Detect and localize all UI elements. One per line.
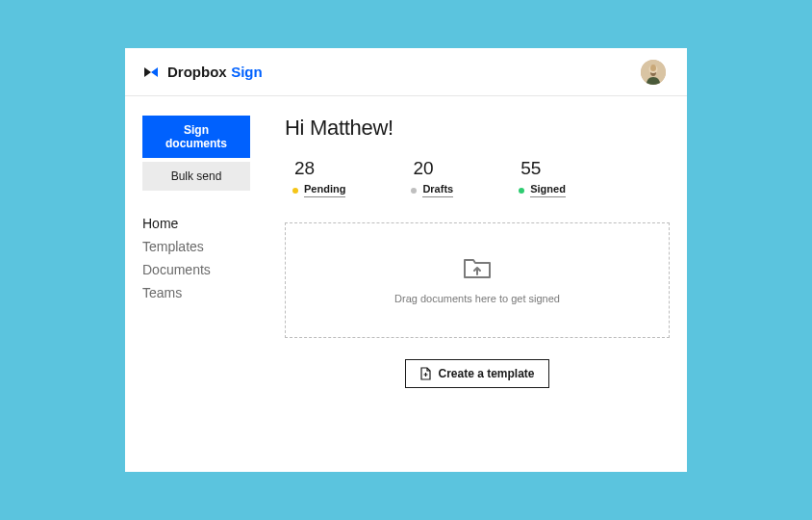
- create-template-button[interactable]: Create a template: [405, 359, 548, 388]
- stats-row: 28 Pending 20 Drafts 55: [285, 158, 670, 197]
- create-template-label: Create a template: [438, 367, 534, 380]
- main-content: Hi Matthew! 28 Pending 20 Drafts: [267, 116, 670, 453]
- bulk-send-button[interactable]: Bulk send: [142, 162, 250, 191]
- folder-upload-icon: [462, 256, 493, 281]
- app-window: Dropbox Sign Sign documents Bulk send Ho…: [125, 48, 687, 472]
- greeting-title: Hi Matthew!: [285, 116, 670, 141]
- dropzone-text: Drag documents here to get signed: [394, 293, 560, 304]
- brand: Dropbox Sign: [142, 64, 263, 81]
- document-dropzone[interactable]: Drag documents here to get signed: [285, 222, 670, 338]
- status-dot-icon: [292, 188, 298, 194]
- body: Sign documents Bulk send Home Templates …: [125, 96, 687, 472]
- dropbox-sign-logo-icon: [142, 64, 160, 81]
- user-avatar[interactable]: [641, 60, 666, 85]
- stat-value: 28: [292, 158, 345, 179]
- stat-label: Pending: [304, 183, 345, 197]
- nav-item-teams[interactable]: Teams: [142, 281, 267, 304]
- sign-documents-button[interactable]: Sign documents: [142, 116, 250, 158]
- brand-accent: Sign: [231, 64, 263, 80]
- template-button-wrap: Create a template: [285, 359, 670, 388]
- stat-label-row: Signed: [519, 183, 566, 197]
- nav-item-home[interactable]: Home: [142, 212, 267, 235]
- stat-label: Signed: [530, 183, 566, 197]
- stat-pending[interactable]: 28 Pending: [292, 158, 345, 197]
- document-plus-icon: [419, 367, 431, 380]
- nav-item-documents[interactable]: Documents: [142, 258, 267, 281]
- status-dot-icon: [411, 188, 417, 194]
- brand-name: Dropbox: [167, 64, 227, 80]
- stat-label-row: Pending: [292, 183, 345, 197]
- header-bar: Dropbox Sign: [125, 48, 687, 96]
- status-dot-icon: [519, 188, 524, 194]
- nav-item-templates[interactable]: Templates: [142, 235, 267, 258]
- stat-value: 20: [411, 158, 453, 179]
- stat-label: Drafts: [422, 183, 453, 197]
- sidebar: Sign documents Bulk send Home Templates …: [142, 116, 267, 453]
- stat-drafts[interactable]: 20 Drafts: [411, 158, 453, 197]
- stat-label-row: Drafts: [411, 183, 453, 197]
- stat-value: 55: [519, 158, 566, 179]
- stat-signed[interactable]: 55 Signed: [519, 158, 566, 197]
